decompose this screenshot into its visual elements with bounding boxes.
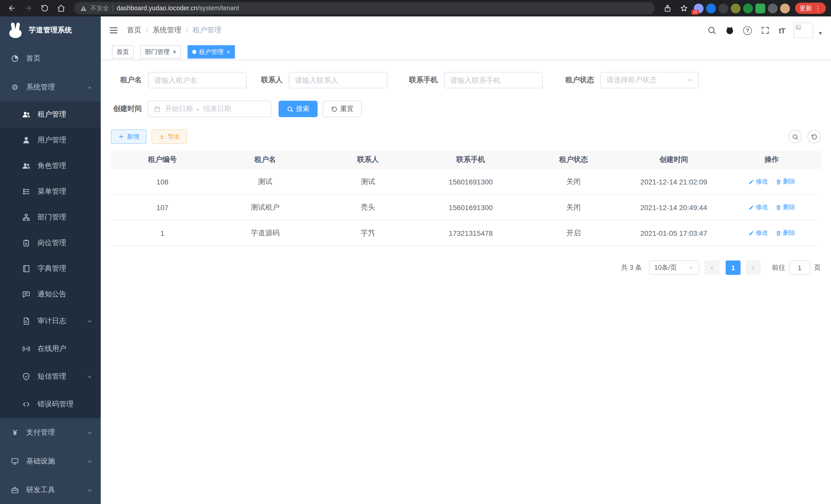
sidebar-item-payment[interactable]: ¥ 支付管理 [0,418,101,447]
filter-row-2: 创建时间 开始日期 - 结束日期 搜索 重置 [111,101,821,117]
sidebar: 芋道管理系统 首页 ⚙ 系统管理 租户管理 用户管理 角色管理 [0,17,101,504]
breadcrumb-system[interactable]: 系统管理 [153,26,181,35]
sidebar-item-devtools[interactable]: 研发工具 [0,476,101,504]
breadcrumb-home[interactable]: 首页 [127,26,141,35]
back-icon[interactable] [5,2,19,15]
extension-icon-4[interactable] [731,3,741,13]
delete-link[interactable]: 删除 [775,203,795,212]
page-number-1[interactable]: 1 [726,261,741,275]
page-size-select[interactable]: 10条/页 [649,261,699,275]
extension-icon-3[interactable] [718,3,728,13]
export-button[interactable]: 导出 [152,129,187,144]
sidebar-item-infra[interactable]: 基础设施 [0,447,101,476]
sidebar-item-system[interactable]: ⚙ 系统管理 [0,73,101,102]
extension-icon-5[interactable] [743,3,753,13]
sidebar-item-label: 短信管理 [37,372,66,381]
extension-icon-7[interactable] [768,3,778,13]
contact-label: 联系人 [259,76,289,85]
page-jump-input[interactable] [789,261,810,275]
forward-icon[interactable] [22,2,35,15]
contact-input[interactable] [289,72,388,88]
help-icon[interactable]: ? [743,26,752,35]
sidebar-item-dept[interactable]: 部门管理 [0,205,101,230]
browser-menu-icon[interactable]: ⋮ [814,4,821,12]
url-bar[interactable]: 不安全 dashboard.yudao.iocoder.cn/system/te… [74,2,655,14]
tag-dept[interactable]: 部门管理 × [140,45,181,59]
caret-down-icon[interactable]: ▾ [819,30,822,36]
home-icon[interactable] [55,2,68,15]
chevron-down-icon [87,374,92,379]
chevron-down-icon [688,265,694,271]
sidebar-item-dict[interactable]: 字典管理 [0,256,101,281]
status-label: 租户状态 [555,76,600,85]
tag-tenant[interactable]: 租户管理 × [188,45,235,59]
add-button[interactable]: 新增 [111,129,146,144]
mobile-input[interactable] [444,72,543,88]
monitor-icon [11,457,19,466]
sidebar-item-role[interactable]: 角色管理 [0,153,101,179]
tag-home[interactable]: 首页 [112,45,134,59]
sidebar-item-label: 在线用户 [37,344,66,353]
app-logo[interactable]: 芋道管理系统 [0,17,101,44]
search-button[interactable]: 搜索 [279,101,318,117]
tenant-table: 租户编号 租户名 联系人 联系手机 租户状态 创建时间 操作 108 测试 测试… [111,151,821,246]
close-icon[interactable]: × [173,49,176,55]
sidebar-item-home[interactable]: 首页 [0,44,101,73]
goto-label: 前往 [772,263,785,272]
rabbit-logo-icon [8,23,23,38]
extension-icon-6[interactable] [755,3,765,13]
sidebar-collapse-icon[interactable] [109,25,119,35]
github-icon[interactable] [725,26,735,35]
reset-button[interactable]: 重置 [323,101,362,117]
date-range-picker[interactable]: 开始日期 - 结束日期 [148,101,271,117]
extension-icon-2[interactable] [706,3,716,13]
url-text: dashboard.yudao.iocoder.cn/system/tenant [117,5,239,12]
sidebar-item-notice[interactable]: 通知公告 [0,281,101,307]
sidebar-item-error-code[interactable]: 错误码管理 [0,390,101,418]
close-icon[interactable]: × [227,49,230,55]
tenant-name-label: 租户名 [111,76,148,85]
sidebar-item-label: 字典管理 [37,264,66,273]
chevron-down-icon [87,430,92,436]
shield-icon [22,373,30,381]
sidebar-item-label: 审计日志 [37,317,66,326]
edit-link[interactable]: 修改 [748,177,768,186]
extension-icon-8[interactable] [780,3,790,13]
sidebar-item-menu[interactable]: 菜单管理 [0,179,101,205]
tenant-name-input[interactable] [148,72,247,88]
calendar-icon [154,105,161,113]
page-unit-label: 页 [814,263,821,272]
bookmark-star-icon[interactable] [677,2,691,15]
sidebar-item-label: 菜单管理 [37,187,66,196]
search-icon[interactable] [708,26,717,35]
chevron-down-icon [87,487,92,493]
refresh-icon[interactable] [38,2,51,15]
sidebar-item-post[interactable]: 岗位管理 [0,230,101,256]
table-header-row: 租户编号 租户名 联系人 联系手机 租户状态 创建时间 操作 [111,151,821,169]
sidebar-item-online-user[interactable]: 在线用户 [0,335,101,363]
topbar-actions: ? tT ▾ [708,23,822,38]
chrome-update-button[interactable]: 更新 ⋮ [795,3,826,14]
user-avatar-broken-image[interactable] [794,23,813,38]
fullscreen-icon[interactable] [761,26,770,35]
sidebar-item-tenant[interactable]: 租户管理 [0,102,101,127]
users-icon [22,111,30,119]
share-icon[interactable] [661,2,674,15]
toggle-search-icon[interactable] [789,130,802,143]
delete-link[interactable]: 删除 [775,229,795,237]
sidebar-item-sms[interactable]: 短信管理 [0,363,101,390]
prev-page-button[interactable] [705,261,719,275]
next-page-button[interactable] [746,261,761,275]
edit-link[interactable]: 修改 [748,203,768,212]
refresh-table-icon[interactable] [807,130,821,143]
status-select[interactable]: 请选择租户状态 [600,72,699,88]
edit-link[interactable]: 修改 [748,229,768,237]
sidebar-item-audit-log[interactable]: 审计日志 [0,307,101,335]
sidebar-item-user[interactable]: 用户管理 [0,127,101,153]
extension-icon-1[interactable]: 10 [694,3,704,13]
list-icon [22,187,30,196]
pagination: 共 3 条 10条/页 1 前往 页 [111,261,821,275]
right-toolbar [789,130,821,143]
delete-link[interactable]: 删除 [775,177,795,186]
font-size-icon[interactable]: tT [779,26,785,35]
